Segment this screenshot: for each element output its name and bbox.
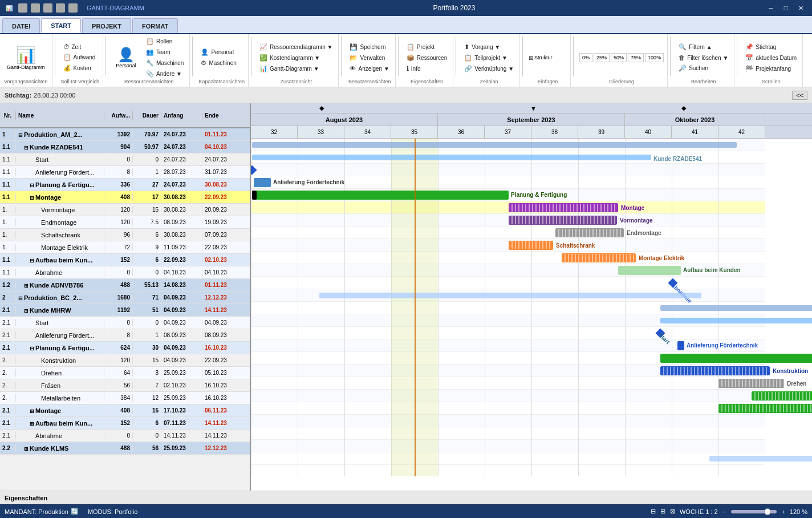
projekt-button[interactable]: 📋 Projekt bbox=[404, 42, 449, 52]
vorgang-button[interactable]: ⬆ Vorgang ▼ bbox=[462, 42, 516, 52]
zoom-thumb[interactable] bbox=[764, 508, 771, 515]
teilprojekt-button[interactable]: 📋 Teilprojekt ▼ bbox=[462, 53, 516, 63]
grid-icon-2[interactable]: ⊞ bbox=[660, 508, 665, 515]
gantt-bar[interactable] bbox=[660, 305, 812, 311]
gantt-bar[interactable]: Fräsen bbox=[752, 391, 812, 400]
filtern-button[interactable]: 🔍 Filtern ▲ bbox=[676, 42, 730, 52]
info-button[interactable]: ℹ Info bbox=[404, 64, 449, 74]
gliederung-50-button[interactable]: 50% bbox=[611, 53, 627, 62]
gantt-bar[interactable] bbox=[660, 318, 812, 323]
cell-anfang: 30.08.23 bbox=[161, 193, 202, 201]
gliederung-75-button[interactable]: 75% bbox=[628, 53, 644, 62]
diamond-row: ◆ ▼ ◆ ◆ bbox=[251, 103, 812, 114]
minimize-button[interactable]: ─ bbox=[764, 2, 778, 14]
gantt-bar[interactable]: Anlieferung Fördertechnik bbox=[677, 341, 684, 350]
zoom-minus[interactable]: ─ bbox=[722, 508, 727, 515]
toolbar-icon-3[interactable] bbox=[43, 3, 52, 13]
personal-large-button[interactable]: 👤 Personal bbox=[112, 44, 140, 71]
expand-icon[interactable]: ⊟ bbox=[24, 145, 29, 151]
gantt-bar[interactable]: Planung bbox=[660, 354, 812, 363]
toolbar-icon-1[interactable] bbox=[18, 3, 27, 13]
maximize-button[interactable]: □ bbox=[779, 2, 793, 14]
expand-icon[interactable]: ⊟ bbox=[30, 258, 34, 264]
kostendiagramm-button[interactable]: 💹 Kostendiagramm ▼ bbox=[257, 53, 335, 63]
speichern-button[interactable]: 💾 Speichern bbox=[347, 42, 391, 52]
zoom-plus[interactable]: + bbox=[781, 508, 785, 515]
gantt-bar[interactable]: Vormontage bbox=[509, 216, 617, 225]
suchen-button[interactable]: 🔎 Suchen bbox=[676, 63, 730, 73]
gantt-bar[interactable]: Planung & Fertigung bbox=[252, 191, 509, 200]
gantt-row-bg bbox=[251, 390, 765, 402]
gliederung-0-button[interactable]: 0% bbox=[579, 53, 592, 62]
toolbar-icon-5[interactable] bbox=[68, 3, 78, 13]
gantt-bar[interactable]: Endmontage bbox=[555, 228, 624, 237]
gantt-bar[interactable]: Schaltschrank bbox=[509, 241, 553, 250]
gantt-bar[interactable] bbox=[709, 456, 812, 462]
grid-icon-1[interactable]: ⊟ bbox=[651, 508, 656, 515]
aufwand-button[interactable]: 📋 Aufwand bbox=[61, 52, 98, 62]
verwalten-button[interactable]: 📂 Verwalten bbox=[347, 53, 391, 63]
toolbar-icon-4[interactable] bbox=[56, 3, 65, 13]
cell-ende: 02.10.23 bbox=[202, 256, 243, 264]
anzeigen-button[interactable]: 👁 Anzeigen ▼ bbox=[347, 64, 391, 73]
expand-icon[interactable]: ⊟ bbox=[30, 346, 34, 351]
kap-maschinen-button[interactable]: ⚙ Maschinen bbox=[198, 58, 238, 68]
gantt-bar[interactable]: Aufbau beim Kunden bbox=[618, 266, 681, 275]
collapse-button[interactable]: << bbox=[792, 91, 807, 100]
ressourcendiagramm-button[interactable]: 📈 Ressourcendiagramm ▼ bbox=[257, 42, 335, 52]
expand-icon[interactable]: ⊟ bbox=[18, 296, 23, 301]
expand-icon[interactable]: ⊟ bbox=[24, 308, 29, 314]
stichtag-scroll-button[interactable]: 📌 Stichtag bbox=[743, 42, 799, 52]
projektanfang-button[interactable]: 🏁 Projektanfang bbox=[743, 64, 799, 74]
tab-projekt[interactable]: PROJEKT bbox=[82, 18, 131, 33]
close-button[interactable]: ✕ bbox=[794, 2, 807, 14]
kosten-button[interactable]: 💰 Kosten bbox=[61, 63, 98, 73]
expand-icon[interactable]: ⊟ bbox=[18, 132, 23, 138]
personal-label: Personal bbox=[116, 63, 136, 68]
zeit-button[interactable]: ⏱ Zeit bbox=[61, 42, 98, 51]
tab-format[interactable]: FORMAT bbox=[132, 18, 178, 33]
zoom-slider[interactable] bbox=[731, 510, 777, 513]
cell-anfang: 04.09.23 bbox=[161, 344, 202, 351]
expand-icon[interactable]: ⊞ bbox=[30, 421, 34, 427]
gantt-bar[interactable]: Anlieferung Fördertechnik bbox=[254, 178, 271, 187]
woche-label: WOCHE 1 : 2 bbox=[680, 508, 718, 515]
cell-aufw: 120 bbox=[104, 357, 133, 364]
maschinen-button[interactable]: 🔧 Maschinen bbox=[144, 58, 186, 68]
gantt-bar[interactable]: Montage bbox=[509, 203, 618, 212]
gantt-chart[interactable]: ◆ ▼ ◆ ◆ August 2023 September 2023 Oktob… bbox=[251, 103, 812, 491]
ressourcen-eig-button[interactable]: 📦 Ressourcen bbox=[404, 53, 449, 63]
gantt-bar[interactable]: Konstruktion bbox=[660, 366, 770, 375]
gantt-bar[interactable] bbox=[319, 293, 701, 298]
verknuepfung-button[interactable]: 🔗 Verknüpfung ▼ bbox=[462, 64, 516, 74]
aktuelles-datum-button[interactable]: 📅 aktuelles Datum bbox=[743, 53, 799, 63]
gantt-bar[interactable] bbox=[252, 191, 257, 200]
expand-icon[interactable]: ⊟ bbox=[30, 183, 34, 188]
expand-icon[interactable]: ⊟ bbox=[30, 195, 34, 201]
toolbar-icon-2[interactable] bbox=[31, 3, 40, 13]
expand-icon[interactable]: ⊞ bbox=[24, 446, 29, 452]
gantt-bar[interactable]: Metallarb bbox=[718, 404, 812, 413]
grid-icon-3[interactable]: ⊠ bbox=[670, 508, 675, 515]
gantt-bar[interactable] bbox=[252, 142, 737, 148]
expand-icon[interactable]: ⊞ bbox=[24, 283, 29, 289]
week-38: 38 bbox=[531, 126, 578, 138]
cell-ende: 31.07.23 bbox=[202, 168, 243, 176]
refresh-icon[interactable]: 🔄 bbox=[71, 508, 79, 515]
gantt-bar[interactable]: Kunde RZADE541 bbox=[252, 155, 651, 160]
gliederung-100-button[interactable]: 100% bbox=[645, 53, 664, 62]
gantt-bar[interactable]: Drehen bbox=[718, 379, 784, 388]
tab-datei[interactable]: DATEI bbox=[2, 18, 40, 33]
team-button[interactable]: 👥 Team bbox=[144, 47, 186, 57]
gantt-row-bg bbox=[251, 164, 765, 176]
tab-start[interactable]: START bbox=[41, 18, 81, 33]
expand-icon[interactable]: ⊞ bbox=[30, 408, 34, 414]
gantt-diagramm-button[interactable]: 📊 Gantt-Diagramm bbox=[3, 43, 48, 72]
gantt-bar[interactable]: Montage Elektrik bbox=[562, 253, 636, 262]
gantt-zusatz-button[interactable]: 📊 Gantt-Diagramm ▼ bbox=[257, 64, 335, 74]
kap-personal-button[interactable]: 👤 Personal bbox=[198, 47, 238, 57]
rollen-button[interactable]: 📋 Rollen bbox=[144, 37, 186, 46]
gliederung-25-button[interactable]: 25% bbox=[594, 53, 610, 62]
filter-loeschen-button[interactable]: 🗑 Filter löschen ▼ bbox=[676, 53, 730, 62]
andere-button[interactable]: 📎 Andere ▼ bbox=[144, 69, 186, 79]
